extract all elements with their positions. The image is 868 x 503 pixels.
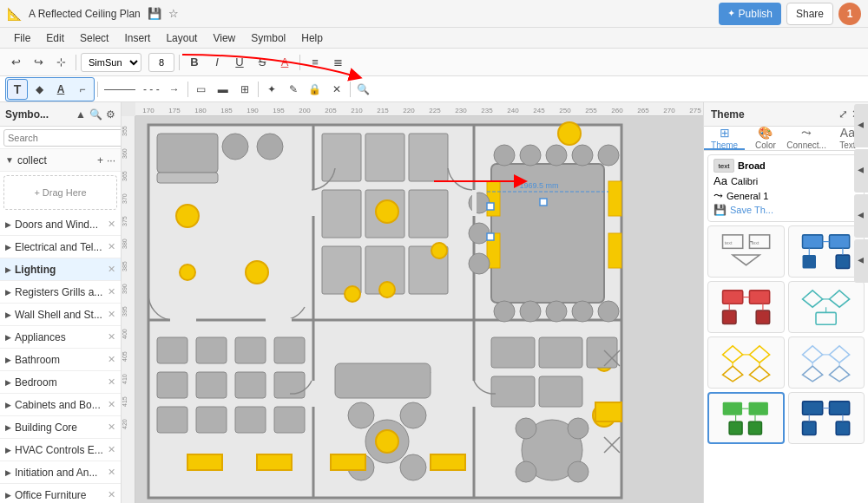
line-dash-button[interactable]: - - - [140,79,163,100]
svg-rect-30 [608,233,621,268]
menu-layout[interactable]: Layout [159,30,204,46]
theme-item-default[interactable]: text text [707,225,785,278]
sidebar-item-registers[interactable]: ▶ Registers Grills a... ✕ [0,281,121,304]
lock-button[interactable]: 🔒 [305,79,326,100]
svg-text:1969.5 mm: 1969.5 mm [519,181,558,190]
broad-label: Broad [738,160,858,171]
theme-item-teal[interactable] [788,281,865,333]
theme-item-lightblue[interactable] [788,336,865,389]
menu-view[interactable]: View [206,30,242,46]
tab-connect[interactable]: ⤳ Connect... [786,127,827,150]
svg-marker-130 [803,366,823,382]
publish-button[interactable]: ✦ Publish [719,3,781,25]
line-solid-button[interactable]: ——— [101,79,139,100]
font-family-select[interactable]: SimSun Arial Calibri [81,53,141,72]
sidebar-item-initiation[interactable]: ▶ Initiation and An... ✕ [0,461,121,484]
menu-file[interactable]: File [7,30,37,46]
strikethrough-button[interactable]: S [252,52,273,73]
sidebar-item-cabinets[interactable]: ▶ Cabinets and Bo... ✕ [0,394,121,416]
pointer-button[interactable]: ⊹ [50,52,71,73]
svg-point-35 [598,145,619,166]
floor-plan-canvas[interactable]: 1969.5 mm [144,121,630,502]
shape-rect2-button[interactable]: ▬ [213,79,233,100]
svg-point-22 [376,200,398,223]
symbol-search-icon[interactable]: 🔍 [89,108,102,121]
line-format-button[interactable]: A [50,79,71,100]
svg-rect-94 [312,381,316,407]
edit-button[interactable]: ✎ [283,79,304,100]
font-color-button[interactable]: A [274,52,295,73]
save-theme-label[interactable]: Save Th... [730,205,773,215]
tab-color[interactable]: 🎨 Color [745,127,786,150]
theme-item-green[interactable] [707,392,785,444]
svg-rect-59 [187,454,222,470]
right-edge-tab-2[interactable]: ▶ [854,149,868,193]
shape-rect-button[interactable]: ▭ [191,79,212,100]
search-format-button[interactable]: 🔍 [353,79,374,100]
user-avatar[interactable]: 1 [838,3,861,25]
font-size-input[interactable] [148,53,174,72]
sidebar-item-hvac[interactable]: ▶ HVAC Controls E... ✕ [0,439,121,461]
sidebar-item-bathroom[interactable]: ▶ Bathroom ✕ [0,349,121,371]
underline-button[interactable]: U [229,52,250,73]
sidebar-item-appliances[interactable]: ▶ Appliances ✕ [0,326,121,349]
sun-button[interactable]: ✦ [261,79,282,100]
right-edge-tab-3[interactable]: ▶ [854,194,868,238]
format-toolbar: T ◆ A ⌐ ——— - - - → ▭ ▬ ⊞ ✦ ✎ 🔒 ✕ 🔍 [0,76,868,102]
svg-point-63 [376,430,398,453]
theme-item-blue[interactable] [788,225,865,278]
star-icon[interactable]: ☆ [168,7,179,20]
menu-select[interactable]: Select [73,30,115,46]
shape-grid-button[interactable]: ⊞ [234,79,255,100]
align-left-button[interactable]: ≡ [305,52,326,73]
document-title: A Reflected Ceiling Plan [29,8,141,20]
sidebar-item-lighting[interactable]: ▶ Lighting ✕ [0,258,121,281]
collect-more-icon[interactable]: ··· [107,154,115,167]
align-right-button[interactable]: ≣ [327,52,348,73]
sidebar-item-wall-shell[interactable]: ▶ Wall Shell and St... ✕ [0,304,121,326]
svg-point-43 [469,253,490,274]
right-panel-expand-icon[interactable]: ⤢ [838,108,848,121]
svg-rect-14 [365,134,404,181]
svg-point-65 [348,402,374,428]
collect-add-icon[interactable]: + [97,154,103,167]
connector-format-button[interactable]: ⌐ [72,79,93,100]
italic-button[interactable]: I [207,52,227,73]
right-edge-tab-1[interactable]: ▶ [854,104,868,147]
fill-format-button[interactable]: ◆ [29,79,49,100]
canvas-inner[interactable]: 1969.5 mm [135,116,703,503]
theme-item-darkblue[interactable] [788,392,865,444]
symbol-expand-icon[interactable]: ▲ [76,108,86,121]
sidebar-item-bedroom[interactable]: ▶ Bedroom ✕ [0,371,121,394]
menu-insert[interactable]: Insert [117,30,157,46]
theme-item-yellow[interactable] [707,336,785,389]
main-layout: Symbo... ▲ 🔍 ⚙ ▼ collect + ··· + Drag He… [0,102,868,503]
svg-rect-109 [722,291,742,304]
svg-rect-72 [587,337,617,368]
bold-button[interactable]: B [184,52,205,73]
right-edge-tab-4[interactable]: ▶ [854,239,868,283]
sidebar-item-office[interactable]: ▶ Office Furniture ✕ [0,484,121,503]
redo-button[interactable]: ↪ [28,52,49,73]
svg-marker-129 [830,346,850,363]
line-arrow-button[interactable]: → [164,79,185,100]
menu-edit[interactable]: Edit [39,30,71,46]
sidebar-item-electrical[interactable]: ▶ Electrical and Tel... ✕ [0,236,121,258]
theme-item-red[interactable] [707,281,785,333]
symbol-search-input[interactable] [3,129,122,147]
search-row [0,127,121,149]
menu-symbol[interactable]: Symbol [244,30,293,46]
close-format-button[interactable]: ✕ [326,79,347,100]
sidebar-item-building-core[interactable]: ▶ Building Core ✕ [0,416,121,439]
text-format-button[interactable]: T [7,79,28,100]
share-button[interactable]: Share [786,3,833,25]
sidebar-item-doors[interactable]: ▶ Doors and Wind... ✕ [0,213,121,236]
symbol-settings-icon[interactable]: ⚙ [106,108,115,121]
undo-button[interactable]: ↩ [5,52,26,73]
save-icon[interactable]: 💾 [148,7,161,20]
right-panel-scroll: text Broad Aa Calibri ⤳ General 1 💾 Save… [704,151,868,503]
menu-help[interactable]: Help [294,30,330,46]
svg-marker-128 [803,346,823,363]
tab-theme[interactable]: ⊞ Theme [704,127,745,150]
canvas-area[interactable]: 170 175 180 185 190 195 200 205 210 215 … [122,102,703,503]
